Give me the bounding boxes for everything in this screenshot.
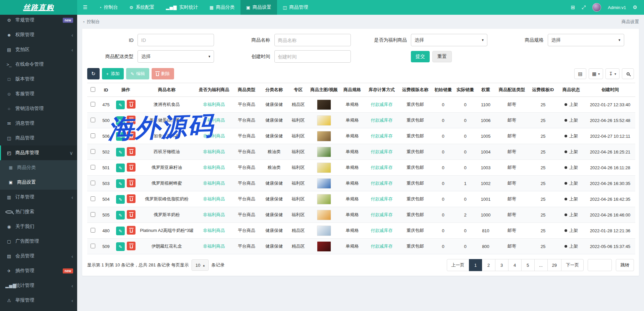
cell-stock_calc[interactable]: 付款减库存 [365, 207, 398, 223]
cell-stock_calc[interactable]: 付款减库存 [365, 191, 398, 207]
row-delete-button[interactable] [127, 210, 136, 219]
settings-gears-icon[interactable]: ⚙ [633, 4, 637, 10]
row-edit-button[interactable]: ✎ [116, 148, 125, 157]
product-thumbnail[interactable] [317, 147, 331, 157]
row-delete-button[interactable] [127, 226, 136, 235]
sidebar-item-orders[interactable]: ▥订单管理‹ [0, 190, 77, 204]
row-delete-button[interactable] [127, 179, 136, 187]
id-input[interactable] [138, 34, 214, 46]
cell-welfare[interactable]: 非福利商品 [195, 160, 233, 176]
page-button-1[interactable]: 1 [469, 259, 482, 271]
page-button-29[interactable]: 29 [547, 259, 561, 271]
row-edit-button[interactable]: ✎ [116, 132, 125, 141]
sidebar-item-about-us[interactable]: ◉关于我们 [0, 219, 77, 234]
product-thumbnail[interactable] [317, 163, 331, 173]
cell-stock_calc[interactable]: 付款减库存 [365, 144, 398, 160]
jump-page-input[interactable] [588, 259, 612, 271]
delete-button[interactable]: 删除 [152, 68, 174, 79]
row-delete-button[interactable] [127, 163, 136, 172]
page-button-2[interactable]: 2 [482, 259, 495, 271]
next-page-button[interactable]: 下一页 [561, 259, 584, 271]
sidebar-item-statistics[interactable]: ▂▅▇统计管理‹ [0, 278, 77, 293]
table-row[interactable]: 504✎俄罗斯双峰低脂驼奶粉非福利商品平台商品健康保健福利区单规格付款减库存重庆… [87, 191, 635, 207]
cell-stock_calc[interactable]: 付款减库存 [365, 176, 398, 191]
cell-welfare[interactable]: 非福利商品 [195, 239, 233, 254]
product-thumbnail[interactable] [317, 210, 331, 220]
welfare-select[interactable]: 选择▾ [411, 34, 487, 46]
sidebar-item-comments[interactable]: ❞评论管理 [0, 308, 77, 311]
page-button-5[interactable]: 5 [521, 259, 535, 271]
table-row[interactable]: 506✎加拿大西洋参非福利商品平台商品健康保健福利区单规格付款减库存重庆包邮00… [87, 128, 635, 144]
row-delete-button[interactable] [127, 242, 136, 250]
cell-welfare[interactable]: 非福利商品 [195, 113, 233, 128]
sidebar-item-hot-search[interactable]: 热门搜索 [0, 204, 77, 219]
row-delete-button[interactable] [127, 131, 136, 140]
sidebar-item-messages[interactable]: ✉消息管理 [0, 116, 77, 131]
row-checkbox[interactable] [91, 149, 95, 154]
cell-welfare[interactable]: 非福利商品 [195, 223, 233, 239]
breadcrumb-left[interactable]: 控制台 [87, 19, 100, 25]
table-row[interactable]: 480✎Platinum A2高端牛奶粉*3罐非福利商品平台商品健康保健精品区单… [87, 223, 635, 239]
sidebar-item-marketing[interactable]: ○营销活动管理 [0, 101, 77, 116]
product-thumbnail[interactable] [317, 100, 331, 110]
cell-welfare[interactable]: 非福利商品 [195, 128, 233, 144]
export-button[interactable]: ↧ ▾ [605, 68, 620, 79]
table-row[interactable]: 502✎西班牙橄榄油非福利商品平台商品粮油类福利区单规格付款减库存重庆包邮001… [87, 144, 635, 160]
cell-welfare[interactable]: 非福利商品 [195, 207, 233, 223]
brand-logo[interactable]: 丝路直购 [0, 0, 77, 15]
user-avatar[interactable] [592, 3, 601, 12]
nav-item-product-settings[interactable]: ▣商品设置 [240, 0, 277, 15]
row-edit-button[interactable]: ✎ [116, 227, 125, 235]
table-view-button[interactable]: ▤ [574, 68, 586, 79]
cell-stock_calc[interactable]: 付款减库存 [365, 239, 398, 254]
product-thumbnail[interactable] [317, 226, 331, 236]
row-checkbox[interactable] [91, 212, 95, 217]
sidebar-item-products[interactable]: ◫商品管理 [0, 131, 77, 145]
table-row[interactable]: 475✎澳洲有机食品非福利商品平台商品健康保健精品区单规格付款减库存重庆包邮00… [87, 97, 635, 113]
nav-item-product-category[interactable]: ▦商品分类 [204, 0, 240, 15]
row-checkbox[interactable] [91, 133, 95, 138]
select-all-checkbox[interactable] [91, 87, 95, 92]
add-button[interactable]: + 添加 [102, 68, 124, 79]
sidebar-item-members[interactable]: ▤会员管理‹ [0, 249, 77, 263]
fullscreen-icon[interactable]: ⤢ [582, 4, 586, 10]
row-checkbox[interactable] [91, 228, 95, 233]
sidebar-item-product-library[interactable]: ◰商品库管理∨ [0, 145, 77, 160]
search-toggle-button[interactable] [622, 68, 634, 79]
row-checkbox[interactable] [91, 102, 95, 107]
username[interactable]: Admin:v1 [608, 5, 626, 10]
cell-stock_calc[interactable]: 付款减库存 [365, 160, 398, 176]
row-edit-button[interactable]: ✎ [116, 164, 125, 172]
edit-button[interactable]: ✎ 编辑 [126, 68, 149, 79]
sidebar-subitem-product-settings[interactable]: ▣商品设置 [0, 175, 77, 190]
cell-stock_calc[interactable]: 付款减库存 [365, 128, 398, 144]
row-edit-button[interactable]: ✎ [116, 101, 125, 109]
row-delete-button[interactable] [127, 116, 136, 124]
cell-welfare[interactable]: 非福利商品 [195, 144, 233, 160]
page-button-4[interactable]: 4 [508, 259, 522, 271]
app-grid-icon[interactable]: ⊞ [571, 4, 575, 10]
row-edit-button[interactable]: ✎ [116, 211, 125, 220]
sidebar-toggle-button[interactable]: ☰ [77, 0, 93, 15]
sidebar-item-plugins[interactable]: ✈插件管理new [0, 263, 77, 278]
table-row[interactable]: 500✎美莱健蛋白代餐粉非福利商品平台商品健康保健福利区单规格付款减库存重庆包邮… [87, 113, 635, 128]
row-checkbox[interactable] [91, 196, 95, 201]
table-row[interactable]: 505✎俄罗斯羊奶粉非福利商品平台商品健康保健福利区单规格付款减库存重庆包邮02… [87, 207, 635, 223]
product-name-input[interactable] [274, 34, 351, 46]
row-checkbox[interactable] [91, 165, 95, 170]
table-row[interactable]: 503✎俄罗斯椴树蜂蜜非福利商品平台商品健康保健福利区单规格付款减库存重庆包邮0… [87, 176, 635, 191]
row-checkbox[interactable] [91, 118, 95, 122]
sidebar-item-online-command[interactable]: >_在线命令管理 [0, 57, 77, 72]
page-size-select[interactable]: 10 ▴ [192, 259, 209, 271]
product-thumbnail[interactable] [317, 194, 331, 204]
sidebar-item-general[interactable]: ⚙常规管理new [0, 15, 77, 27]
sidebar-item-customer-service[interactable]: ☺客服管理 [0, 86, 77, 101]
reset-button[interactable]: 重置 [432, 51, 452, 62]
nav-item-product-management[interactable]: ◫商品管理 [277, 0, 314, 15]
prev-page-button[interactable]: 上一页 [447, 259, 469, 271]
cell-welfare[interactable]: 非福利商品 [195, 191, 233, 207]
sidebar-item-reports[interactable]: ⚠举报管理‹ [0, 293, 77, 308]
nav-item-realtime-stats[interactable]: ▂▅▇实时统计 [160, 0, 204, 15]
row-edit-button[interactable]: ✎ [116, 116, 125, 125]
cell-stock_calc[interactable]: 付款减库存 [365, 97, 398, 113]
